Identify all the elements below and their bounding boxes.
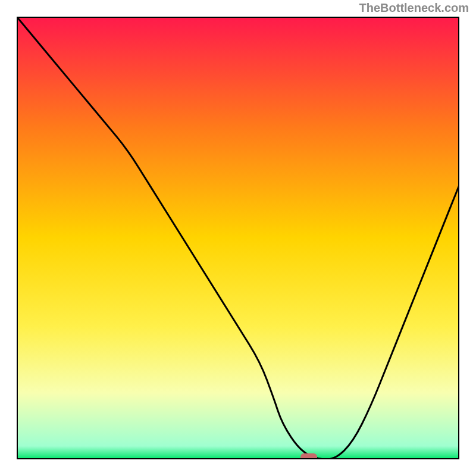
bottleneck-chart <box>17 17 459 459</box>
gradient-background <box>17 17 459 459</box>
chart-svg <box>17 17 459 459</box>
watermark-text: TheBottleneck.com <box>359 1 469 15</box>
